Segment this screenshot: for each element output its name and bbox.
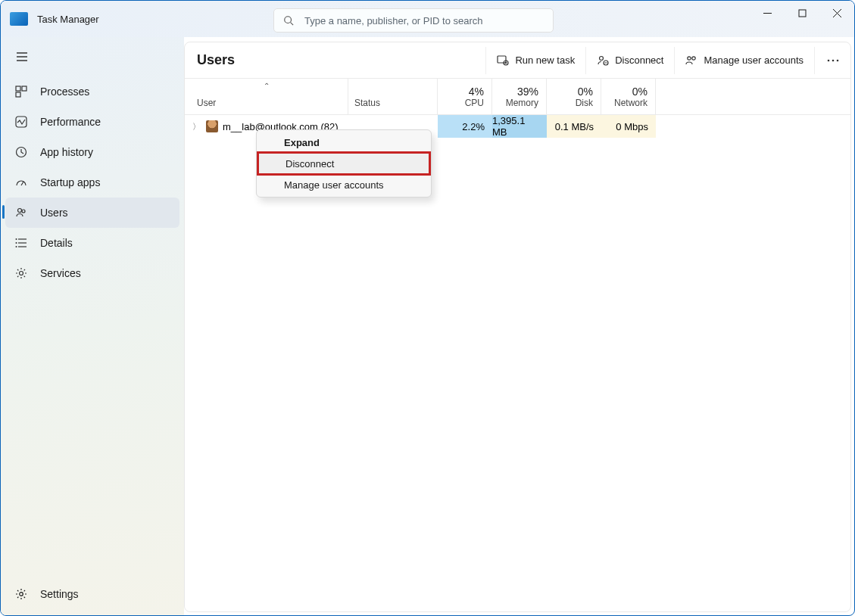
svg-point-0: [285, 17, 292, 23]
main-panel: Users Run new task Disconnect Manage use…: [184, 42, 851, 612]
context-menu: Expand Disconnect Manage user accounts: [256, 129, 432, 198]
svg-rect-12: [16, 117, 27, 127]
column-header-memory[interactable]: 39% Memory: [492, 79, 547, 114]
column-header-user[interactable]: ⌃ User: [185, 79, 348, 114]
list-icon: [14, 236, 28, 250]
column-percent: 39%: [517, 86, 538, 98]
svg-point-33: [692, 56, 695, 59]
hamburger-button[interactable]: [7, 43, 37, 70]
column-header-cpu[interactable]: 4% CPU: [438, 79, 492, 114]
svg-point-24: [20, 593, 23, 596]
column-label: User: [197, 98, 216, 108]
column-header-disk[interactable]: 0% Disk: [547, 79, 601, 114]
manage-user-accounts-button[interactable]: Manage user accounts: [674, 47, 814, 74]
nav-label: Users: [40, 207, 68, 219]
nav-label: Startup apps: [40, 176, 100, 188]
svg-rect-9: [16, 86, 20, 91]
more-options-button[interactable]: [814, 47, 850, 74]
manage-users-icon: [685, 54, 697, 67]
cell-cpu: 2.2%: [438, 115, 492, 138]
svg-point-20: [16, 238, 17, 240]
nav-label: Details: [40, 237, 73, 249]
cell-disk: 0.1 MB/s: [547, 115, 601, 138]
settings-icon: [14, 587, 28, 601]
svg-point-23: [20, 272, 23, 275]
button-label: Disconnect: [615, 54, 663, 66]
sort-ascending-icon: ⌃: [264, 82, 270, 90]
svg-point-35: [832, 59, 834, 61]
nav-startup-apps[interactable]: Startup apps: [5, 167, 179, 198]
svg-point-36: [836, 59, 838, 61]
svg-point-16: [22, 210, 25, 213]
page-header: Users Run new task Disconnect Manage use…: [185, 42, 850, 79]
context-manage-user-accounts[interactable]: Manage user accounts: [257, 174, 431, 195]
context-expand[interactable]: Expand: [257, 132, 431, 153]
disconnect-button[interactable]: Disconnect: [585, 47, 674, 74]
nav-services[interactable]: Services: [5, 258, 179, 288]
column-percent: 0%: [578, 86, 593, 98]
button-label: Manage user accounts: [704, 54, 804, 66]
run-new-task-button[interactable]: Run new task: [485, 47, 585, 74]
cell-memory: 1,395.1 MB: [492, 115, 547, 138]
column-label: Memory: [506, 98, 538, 108]
minimize-button[interactable]: [750, 1, 785, 25]
column-label: Disk: [576, 98, 593, 108]
expand-chevron-icon[interactable]: 〉: [192, 121, 201, 132]
context-disconnect[interactable]: Disconnect: [258, 153, 429, 174]
column-percent: 4%: [469, 86, 484, 98]
grid-icon: [14, 85, 28, 98]
cell-network: 0 Mbps: [601, 115, 656, 138]
svg-point-29: [600, 56, 604, 60]
button-label: Run new task: [515, 54, 575, 66]
nav-label: Performance: [40, 116, 101, 128]
column-header-row: ⌃ User Status 4% CPU 39% Memory 0% Disk …: [185, 79, 850, 115]
svg-point-32: [688, 56, 691, 59]
svg-line-14: [21, 182, 23, 185]
window-controls: [750, 1, 854, 25]
close-button[interactable]: [819, 1, 854, 25]
nav-label: Settings: [40, 588, 79, 600]
column-header-status[interactable]: Status: [348, 79, 438, 114]
nav-settings[interactable]: Settings: [1, 577, 184, 611]
nav-label: Processes: [40, 86, 89, 98]
svg-rect-11: [16, 92, 20, 97]
nav-details[interactable]: Details: [5, 228, 179, 258]
run-task-icon: [497, 54, 509, 67]
nav-users[interactable]: Users: [5, 198, 179, 228]
svg-rect-10: [22, 86, 27, 91]
svg-rect-3: [799, 10, 806, 17]
svg-rect-25: [498, 56, 506, 63]
search-box[interactable]: Type a name, publisher, or PID to search: [273, 8, 554, 33]
column-label: Status: [354, 98, 380, 108]
nav-label: App history: [40, 146, 93, 158]
app-title: Task Manager: [37, 14, 99, 25]
gear-icon: [14, 266, 28, 280]
page-title: Users: [197, 52, 235, 68]
user-avatar-icon: [206, 120, 218, 132]
column-percent: 0%: [632, 86, 647, 98]
maximize-button[interactable]: [785, 1, 819, 25]
users-icon: [14, 206, 28, 219]
nav-performance[interactable]: Performance: [5, 107, 179, 137]
column-header-network[interactable]: 0% Network: [601, 79, 656, 114]
title-bar: Task Manager Type a name, publisher, or …: [1, 1, 854, 37]
svg-point-21: [16, 242, 17, 244]
disconnect-icon: [597, 54, 609, 67]
nav-app-history[interactable]: App history: [5, 137, 179, 167]
svg-point-22: [16, 246, 17, 247]
sidebar: Processes Performance App history Startu…: [1, 37, 184, 615]
search-icon: [283, 15, 294, 26]
column-label: CPU: [465, 98, 484, 108]
column-label: Network: [614, 98, 647, 108]
svg-line-1: [291, 23, 294, 26]
nav-processes[interactable]: Processes: [5, 76, 179, 107]
svg-point-34: [827, 59, 829, 61]
gauge-icon: [14, 176, 28, 189]
svg-point-15: [18, 209, 22, 213]
activity-icon: [14, 115, 28, 129]
history-icon: [14, 145, 28, 159]
search-placeholder: Type a name, publisher, or PID to search: [304, 15, 483, 26]
app-icon: [10, 12, 28, 26]
nav-label: Services: [40, 267, 81, 279]
